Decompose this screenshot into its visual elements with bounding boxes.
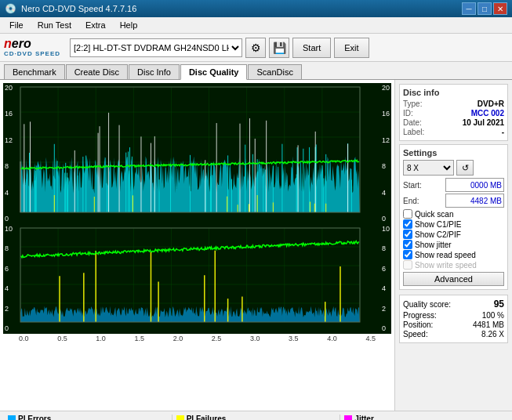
position-label: Position: [403,320,433,329]
show-c2-pif-row: Show C2/PIF [403,230,504,239]
show-read-speed-row: Show read speed [403,250,504,259]
refresh-icon[interactable]: ↺ [456,160,474,176]
drive-selector[interactable]: [2:2] HL-DT-ST DVDRAM GH24NSD0 LH00 [70,38,242,57]
top-chart-canvas [3,83,372,224]
position-value: 4481 MB [473,320,504,329]
disc-type-label: Type: [403,100,422,108]
quick-scan-row: Quick scan [403,209,504,219]
disc-label-value: - [502,128,504,136]
show-c1-pie-label: Show C1/PIE [415,220,461,229]
main-content: 20 16 12 8 4 0 20 16 12 8 4 0 10 8 6 [0,80,512,411]
tab-disc-info[interactable]: Disc Info [129,64,180,79]
logo-sub: CD·DVD SPEED [4,50,60,57]
x-label-45: 4.5 [365,335,376,342]
x-label-05: 0.5 [57,335,67,342]
title-bar-text: Nero CD-DVD Speed 4.7.7.16 [21,4,136,13]
maximize-button[interactable]: □ [478,2,492,15]
show-write-speed-row: Show write speed [403,260,504,270]
top-chart-y-labels-left: 20 16 12 8 4 0 [5,83,13,224]
start-button[interactable]: Start [292,38,331,58]
stat-footer: PI Errors Average: 1.14 Maximum: 11 Tota… [0,411,512,420]
end-label: End: [403,197,419,205]
bottom-chart: 10 8 6 4 2 0 10 8 6 4 2 0 [3,224,391,334]
start-input[interactable]: 0000 MB [445,178,504,192]
show-write-speed-checkbox [403,260,412,270]
quality-score-value: 95 [494,299,504,310]
quality-score-label: Quality score: [403,300,451,309]
x-label-4: 4.0 [327,335,337,342]
show-c1-pie-checkbox[interactable] [403,219,412,229]
top-chart: 20 16 12 8 4 0 20 16 12 8 4 0 [3,83,391,224]
menu-file[interactable]: File [3,19,30,31]
tab-disc-quality[interactable]: Disc Quality [180,64,248,80]
end-row: End: 4482 MB [403,194,504,208]
speed-row: Speed: 8.26 X [403,330,504,339]
disc-label-label: Label: [403,128,424,136]
show-jitter-row: Show jitter [403,240,504,249]
position-row: Position: 4481 MB [403,320,504,329]
speed-value: 8.26 X [481,330,504,339]
show-c1-pie-row: Show C1/PIE [403,219,504,229]
disc-id-label: ID: [403,109,413,118]
quality-score-row: Quality score: 95 [403,299,504,310]
progress-row: Progress: 100 % [403,311,504,320]
jitter-color [344,415,352,421]
start-label: Start: [403,181,422,190]
close-button[interactable]: ✕ [493,2,507,15]
disc-date-value: 10 Jul 2021 [463,118,504,127]
show-jitter-checkbox[interactable] [403,240,412,249]
end-input[interactable]: 4482 MB [445,194,504,208]
settings-title: Settings [403,148,504,158]
exit-button[interactable]: Exit [334,38,369,58]
toolbar: nero CD·DVD SPEED [2:2] HL-DT-ST DVDRAM … [0,34,512,62]
progress-value: 100 % [482,311,504,320]
disc-date-label: Date: [403,118,422,127]
menu-runtest[interactable]: Run Test [31,19,78,31]
x-label-35: 3.5 [289,335,299,342]
side-panel: Disc info Type: DVD+R ID: MCC 002 Date: … [394,80,512,411]
disc-type-value: DVD+R [478,100,504,108]
bottom-chart-y-labels-right: 10 8 6 4 2 0 [382,224,390,334]
quick-scan-label: Quick scan [415,210,453,219]
pi-failures-title: PI Failures [187,415,227,420]
disc-info-section: Disc info Type: DVD+R ID: MCC 002 Date: … [399,84,508,141]
show-c2-pif-checkbox[interactable] [403,230,412,239]
advanced-button[interactable]: Advanced [403,272,504,286]
x-label-25: 2.5 [212,335,222,342]
title-bar: 💿 Nero CD-DVD Speed 4.7.7.16 ─ □ ✕ [0,0,512,17]
speed-select[interactable]: 8 X [403,160,454,176]
speed-label: Speed: [403,330,428,339]
tab-benchmark[interactable]: Benchmark [4,64,65,79]
disc-type-row: Type: DVD+R [403,100,504,108]
jitter-title: Jitter [354,415,373,420]
progress-label: Progress: [403,311,437,320]
jitter-col: Jitter Average: - Maximum: - PO failures… [340,415,508,420]
x-label-0: 0.0 [19,335,29,342]
pi-failures-color [176,415,184,421]
menu-extra[interactable]: Extra [79,19,112,31]
disc-info-title: Disc info [403,88,504,97]
menu-help[interactable]: Help [114,19,144,31]
save-icon-btn[interactable]: 💾 [269,38,289,58]
menu-bar: File Run Test Extra Help [0,17,512,34]
bottom-chart-y-labels-left: 10 8 6 4 2 0 [5,224,13,334]
disc-date-row: Date: 10 Jul 2021 [403,118,504,127]
pi-errors-title: PI Errors [18,415,51,420]
nero-logo: nero CD·DVD SPEED [4,38,60,57]
x-label-3: 3.0 [250,335,260,342]
quick-scan-checkbox[interactable] [403,209,412,219]
x-label-1: 1.0 [96,335,106,342]
pi-errors-color [8,415,16,421]
tab-scan-disc[interactable]: ScanDisc [248,64,301,79]
tab-create-disc[interactable]: Create Disc [66,64,128,79]
disc-label-row: Label: - [403,128,504,136]
minimize-button[interactable]: ─ [462,2,476,15]
start-row: Start: 0000 MB [403,178,504,192]
chart-area: 20 16 12 8 4 0 20 16 12 8 4 0 10 8 6 [0,80,394,411]
show-read-speed-checkbox[interactable] [403,250,412,259]
bottom-chart-canvas [3,224,372,334]
disc-id-value: MCC 002 [471,109,504,118]
pi-failures-col: PI Failures Average: 0.00 Maximum: 2 Tot… [172,415,341,420]
settings-icon-btn[interactable]: ⚙ [245,38,266,58]
title-bar-left: 💿 Nero CD-DVD Speed 4.7.7.16 [5,3,136,14]
